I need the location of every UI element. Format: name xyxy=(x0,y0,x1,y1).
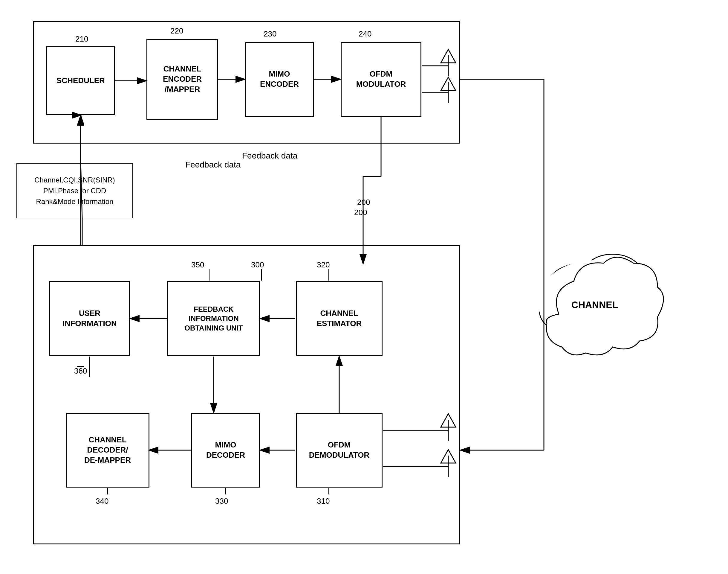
num-230: 230 xyxy=(264,29,276,39)
num-300: 300 xyxy=(251,260,264,270)
channel-decoder-block: CHANNEL DECODER/ DE-MAPPER xyxy=(66,413,149,488)
num-340: 340 xyxy=(96,496,108,506)
num-220: 220 xyxy=(170,26,183,36)
num-210: 210 xyxy=(75,34,88,44)
num-330: 330 xyxy=(215,496,228,506)
svg-text:200: 200 xyxy=(357,198,370,207)
feedback-info-box: Channel,CQI,SNR(SINR) PMI,Phase for CDD … xyxy=(16,163,133,218)
ofdm-modulator-block: OFDM MODULATOR xyxy=(341,42,421,117)
mimo-decoder-block: MIMO DECODER xyxy=(191,413,260,488)
num-320: 320 xyxy=(317,260,330,270)
scheduler-block: SCHEDULER xyxy=(46,46,115,115)
diagram: SCHEDULER CHANNEL ENCODER /MAPPER MIMO E… xyxy=(0,0,728,574)
mimo-encoder-block: MIMO ENCODER xyxy=(245,42,314,117)
svg-text:Feedback data: Feedback data xyxy=(242,151,298,160)
channel-estimator-block: CHANNEL ESTIMATOR xyxy=(296,281,382,356)
num-200: 200 xyxy=(354,208,367,217)
num-350: 350 xyxy=(191,260,204,270)
channel-encoder-block: CHANNEL ENCODER /MAPPER xyxy=(146,39,218,120)
feedback-obtaining-block: FEEDBACK INFORMATION OBTAINING UNIT xyxy=(167,281,260,356)
user-information-block: USER INFORMATION xyxy=(49,281,130,356)
num-360: 360 xyxy=(74,366,87,376)
channel-label: CHANNEL xyxy=(568,302,628,312)
svg-point-33 xyxy=(583,254,642,296)
feedback-data-label: Feedback data xyxy=(185,160,240,170)
num-310: 310 xyxy=(317,496,330,506)
ofdm-demodulator-block: OFDM DEMODULATOR xyxy=(296,413,382,488)
num-240: 240 xyxy=(359,29,371,39)
